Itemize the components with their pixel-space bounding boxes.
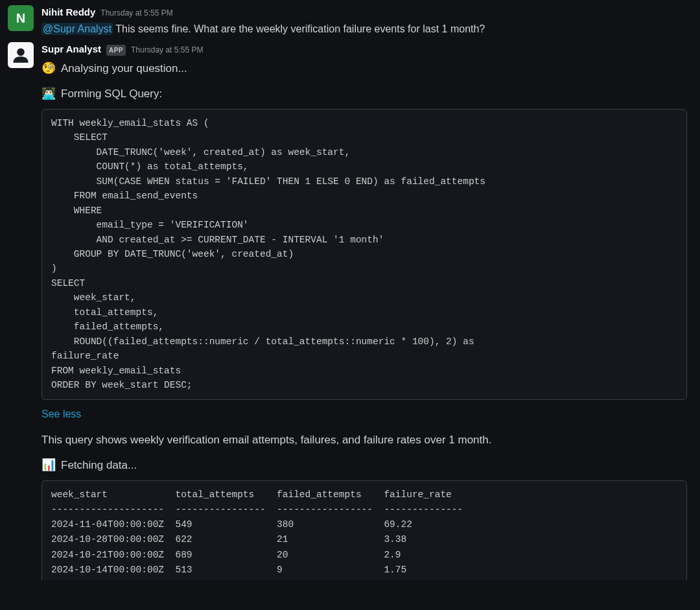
forming-text: Forming SQL Query: [61, 86, 162, 102]
user-message: N Nihit Reddy Thursday at 5:55 PM @Supr … [8, 5, 687, 37]
svg-point-0 [17, 49, 25, 56]
message-content: Supr Analyst APP Thursday at 5:55 PM 🧐 A… [41, 42, 687, 580]
timestamp[interactable]: Thursday at 5:55 PM [100, 7, 172, 19]
app-badge: APP [106, 45, 126, 56]
avatar-letter: N [16, 8, 25, 28]
message-body: @Supr Analyst This seems fine. What are … [41, 21, 687, 38]
bar-chart-icon: 📊 [41, 456, 56, 474]
technologist-icon: 👨🏻‍💻 [41, 85, 56, 102]
analysing-line: 🧐 Analysing your question... [41, 60, 687, 77]
author-name[interactable]: Supr Analyst [41, 42, 101, 57]
message-text: This seems fine. What are the weekly ver… [113, 23, 485, 34]
fetching-line: 📊 Fetching data... [41, 456, 687, 474]
bot-message: Supr Analyst APP Thursday at 5:55 PM 🧐 A… [8, 42, 687, 580]
thinking-face-icon: 🧐 [41, 60, 56, 77]
sql-code-block[interactable]: WITH weekly_email_stats AS ( SELECT DATE… [41, 109, 687, 400]
message-header: Nihit Reddy Thursday at 5:55 PM [41, 5, 687, 20]
forming-line: 👨🏻‍💻 Forming SQL Query: [41, 85, 687, 102]
user-avatar[interactable]: N [8, 5, 34, 31]
fetching-text: Fetching data... [61, 457, 137, 474]
result-table-block[interactable]: week_start total_attempts failed_attempt… [41, 480, 687, 580]
mention[interactable]: @Supr Analyst [41, 23, 113, 35]
timestamp[interactable]: Thursday at 5:55 PM [131, 44, 203, 56]
bot-avatar[interactable] [8, 42, 34, 68]
message-content: Nihit Reddy Thursday at 5:55 PM @Supr An… [41, 5, 687, 37]
person-icon [12, 46, 30, 64]
see-less-link[interactable]: See less [41, 406, 81, 422]
query-description: This query shows weekly verification ema… [41, 431, 541, 449]
author-name[interactable]: Nihit Reddy [41, 5, 95, 20]
message-header: Supr Analyst APP Thursday at 5:55 PM [41, 42, 687, 57]
analysing-text: Analysing your question... [61, 60, 187, 77]
